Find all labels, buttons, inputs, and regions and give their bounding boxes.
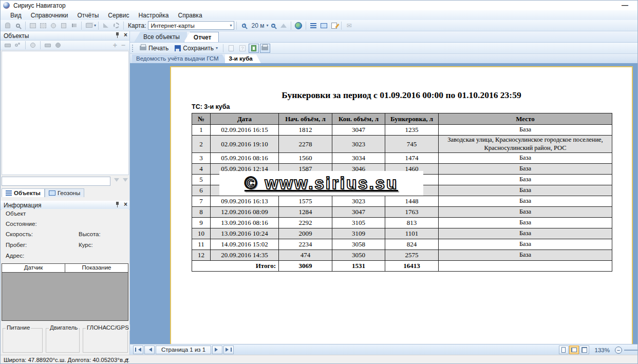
objects-tree[interactable] <box>2 51 129 175</box>
prev-page-button[interactable] <box>144 346 155 354</box>
toolbar-grip[interactable] <box>132 45 134 52</box>
search-icon[interactable] <box>13 21 23 30</box>
report-viewport[interactable]: Бункеровки за период с 01.09.2016 00:00 … <box>130 63 638 344</box>
subtab-gsm-sheet[interactable]: Ведомость учёта выдачи ГСМ <box>132 54 227 63</box>
preview-button[interactable] <box>249 44 259 53</box>
tab-report[interactable]: Отчет <box>184 32 219 42</box>
mail-icon[interactable]: ✉ <box>344 21 353 30</box>
layers-dropdown-arrow[interactable]: ▾ <box>94 23 96 28</box>
page-setup-button[interactable] <box>226 44 236 53</box>
cell-start-volume: 1812 <box>279 125 332 136</box>
menu-service[interactable]: Сервис <box>103 11 134 20</box>
menu-settings[interactable]: Настройка <box>134 11 173 20</box>
edit-notepad-icon[interactable] <box>329 21 339 30</box>
gear-icon[interactable] <box>111 21 121 30</box>
next-page-button[interactable] <box>212 346 222 354</box>
group-engine: Двигатель <box>46 328 80 353</box>
object-list-icon[interactable] <box>309 21 318 30</box>
flag-tool-icon[interactable] <box>69 21 79 30</box>
expand-all-button[interactable]: + <box>113 41 117 49</box>
totals-end: 1531 <box>332 261 385 272</box>
filter-icon[interactable] <box>114 178 119 184</box>
report-vehicle: ТС: 3-и куба <box>192 103 230 110</box>
col-start: Нач. объём, л <box>279 113 332 125</box>
info-fields: Объект Состояние: Скорость: Высота: Проб… <box>2 209 129 263</box>
info-close-icon[interactable]: × <box>124 202 127 207</box>
map-select[interactable]: Интернет-карты ▾ <box>148 21 234 30</box>
zoom-scale-arrow[interactable]: ▾ <box>266 23 268 28</box>
lasso-select-icon[interactable] <box>39 21 48 30</box>
filter-clear-icon[interactable] <box>123 178 128 184</box>
cell-num: 5 <box>192 175 211 185</box>
multi-page-view-button[interactable] <box>579 346 589 354</box>
print-button[interactable]: Печать <box>137 44 172 53</box>
first-page-button[interactable] <box>133 346 143 354</box>
vehicle-icon[interactable] <box>43 41 52 50</box>
page-icon <box>229 45 234 51</box>
help-button[interactable]: ? <box>237 44 248 53</box>
home-arrow-icon[interactable] <box>279 21 288 30</box>
square-tool-icon[interactable] <box>59 21 68 30</box>
layers-icon[interactable] <box>84 21 93 30</box>
pin-icon[interactable] <box>115 32 120 38</box>
cell-bunker: 1235 <box>385 125 439 136</box>
subtab-3-kuba[interactable]: 3-и куба <box>225 54 261 63</box>
zoom-out-button[interactable]: − <box>615 347 622 354</box>
single-page-view-button[interactable] <box>559 346 569 354</box>
cell-start-volume: 1575 <box>279 196 332 207</box>
sensor-col-header: Датчик <box>2 264 65 272</box>
add-object-icon[interactable] <box>3 41 12 50</box>
close-icon[interactable]: × <box>124 32 127 38</box>
circle-select-icon[interactable] <box>49 21 58 30</box>
col-bunker: Бункеровка, л <box>385 113 439 125</box>
zoom-in-icon[interactable]: + <box>239 21 249 30</box>
totals-label: Итого: <box>192 261 279 272</box>
globe-icon[interactable] <box>294 21 303 30</box>
pan-hand-icon[interactable] <box>3 21 12 30</box>
fit-width-view-button[interactable] <box>569 346 579 354</box>
report-table-head: № Дата Нач. объём, л Кон. объём, л Бунке… <box>192 113 612 125</box>
zoom-out-icon[interactable]: − <box>269 21 278 30</box>
geozone-icon[interactable] <box>319 21 328 30</box>
measure-icon[interactable] <box>101 21 110 30</box>
menu-directories[interactable]: Справочники <box>26 11 73 20</box>
map-select-value: Интернет-карты <box>151 23 194 29</box>
link-icon[interactable] <box>13 41 23 50</box>
table-row: 8 12.09.2016 08:09 1284 3047 1763 База <box>192 207 612 218</box>
menu-view[interactable]: Вид <box>6 11 26 20</box>
globe-gray-icon[interactable] <box>28 41 37 50</box>
last-page-button[interactable] <box>223 346 234 354</box>
collapse-all-button[interactable]: − <box>121 41 125 49</box>
save-dropdown-arrow[interactable]: ▾ <box>216 46 218 50</box>
tab-all-objects[interactable]: Все объекты <box>134 32 187 42</box>
sensor-table[interactable]: Датчик Показание <box>2 263 128 321</box>
cell-date: 14.09.2016 15:02 <box>211 239 279 250</box>
cell-end-volume: 3023 <box>332 196 385 207</box>
menu-reports[interactable]: Отчёты <box>72 11 103 20</box>
zoom-slider[interactable] <box>624 350 637 351</box>
filter-input[interactable] <box>2 177 110 186</box>
objects-geozones-tabs: Объекты Геозоны <box>2 188 129 197</box>
info-pin-icon[interactable] <box>115 202 120 207</box>
minimize-button[interactable]: — <box>622 1 628 9</box>
status-dropdown-arrow[interactable]: ▼ <box>125 357 129 362</box>
cell-place: База <box>439 164 612 175</box>
field-state: Состояние: <box>6 221 37 227</box>
cell-end-volume: 3050 <box>332 250 385 261</box>
question-icon: ? <box>239 45 246 51</box>
rect-select-icon[interactable] <box>28 21 37 30</box>
cell-end-volume: 3047 <box>332 207 385 218</box>
cell-start-volume: 1560 <box>279 153 332 164</box>
tab-geozones[interactable]: Геозоны <box>45 188 84 197</box>
tab-objects[interactable]: Объекты <box>2 188 45 197</box>
sphere-icon[interactable] <box>53 41 63 50</box>
report-title: Бункеровки за период с 01.09.2016 00:00 … <box>171 90 632 101</box>
col-date: Дата <box>211 113 279 125</box>
zoom-scale-label[interactable]: 20 м <box>251 22 264 29</box>
map-select-arrow[interactable]: ▾ <box>230 23 232 28</box>
save-button[interactable]: Сохранить ▾ <box>172 44 221 53</box>
export-print-button[interactable] <box>260 44 270 53</box>
geozone-square-icon <box>49 190 55 196</box>
printer-export-icon <box>261 46 268 50</box>
menu-help[interactable]: Справка <box>173 11 207 20</box>
